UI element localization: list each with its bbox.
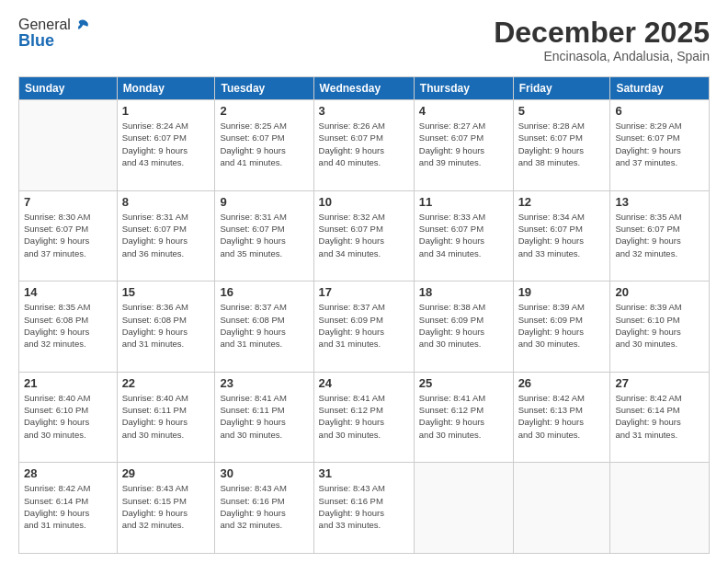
calendar-cell: 3Sunrise: 8:26 AMSunset: 6:07 PMDaylight…: [313, 100, 414, 191]
calendar-cell: 12Sunrise: 8:34 AMSunset: 6:07 PMDayligh…: [513, 190, 610, 282]
calendar-cell: 8Sunrise: 8:31 AMSunset: 6:07 PMDaylight…: [117, 190, 215, 282]
day-number: 27: [615, 376, 704, 390]
day-number: 4: [419, 104, 508, 118]
day-number: 29: [122, 466, 210, 480]
day-number: 5: [518, 104, 606, 118]
day-info: Sunrise: 8:32 AMSunset: 6:07 PMDaylight:…: [319, 211, 409, 259]
calendar-week-row: 7Sunrise: 8:30 AMSunset: 6:07 PMDaylight…: [19, 190, 710, 282]
calendar-cell: 22Sunrise: 8:40 AMSunset: 6:11 PMDayligh…: [117, 372, 215, 463]
day-info: Sunrise: 8:33 AMSunset: 6:07 PMDaylight:…: [419, 211, 508, 259]
calendar-cell: 25Sunrise: 8:41 AMSunset: 6:12 PMDayligh…: [414, 372, 513, 463]
day-info: Sunrise: 8:34 AMSunset: 6:07 PMDaylight:…: [518, 211, 606, 259]
day-number: 13: [615, 195, 704, 209]
calendar-cell: 1Sunrise: 8:24 AMSunset: 6:07 PMDaylight…: [117, 100, 215, 191]
col-saturday: Saturday: [610, 77, 710, 100]
calendar-table: Sunday Monday Tuesday Wednesday Thursday…: [18, 76, 710, 554]
calendar-cell: 17Sunrise: 8:37 AMSunset: 6:09 PMDayligh…: [313, 282, 414, 373]
col-thursday: Thursday: [414, 77, 513, 100]
main-title: December 2025: [494, 17, 710, 49]
day-number: 18: [419, 285, 508, 299]
day-number: 14: [24, 285, 112, 299]
day-info: Sunrise: 8:31 AMSunset: 6:07 PMDaylight:…: [122, 211, 210, 259]
calendar-cell: 16Sunrise: 8:37 AMSunset: 6:08 PMDayligh…: [215, 282, 313, 373]
calendar-cell: 6Sunrise: 8:29 AMSunset: 6:07 PMDaylight…: [610, 100, 710, 191]
calendar-cell: 9Sunrise: 8:31 AMSunset: 6:07 PMDaylight…: [215, 190, 313, 282]
day-info: Sunrise: 8:25 AMSunset: 6:07 PMDaylight:…: [220, 120, 308, 168]
calendar-cell: 2Sunrise: 8:25 AMSunset: 6:07 PMDaylight…: [215, 100, 313, 191]
day-number: 22: [122, 376, 210, 390]
logo-blue-text: Blue: [18, 31, 54, 51]
day-number: 28: [24, 466, 112, 480]
day-number: 19: [518, 285, 606, 299]
col-sunday: Sunday: [19, 77, 118, 100]
day-number: 3: [319, 104, 409, 118]
day-info: Sunrise: 8:41 AMSunset: 6:11 PMDaylight:…: [220, 392, 308, 441]
day-number: 2: [220, 104, 308, 118]
day-number: 16: [220, 285, 308, 299]
day-number: 17: [319, 285, 409, 299]
day-number: 30: [220, 466, 308, 480]
calendar-cell: 13Sunrise: 8:35 AMSunset: 6:07 PMDayligh…: [610, 190, 710, 282]
day-info: Sunrise: 8:38 AMSunset: 6:09 PMDaylight:…: [419, 301, 508, 350]
calendar-cell: [513, 463, 610, 554]
day-number: 23: [220, 376, 308, 390]
logo-bird-icon: [73, 18, 89, 31]
day-info: Sunrise: 8:42 AMSunset: 6:14 PMDaylight:…: [615, 392, 704, 441]
calendar-cell: 7Sunrise: 8:30 AMSunset: 6:07 PMDaylight…: [19, 190, 118, 282]
calendar-cell: 27Sunrise: 8:42 AMSunset: 6:14 PMDayligh…: [610, 372, 710, 463]
header: General Blue December 2025 Encinasola, A…: [18, 17, 710, 63]
day-info: Sunrise: 8:42 AMSunset: 6:14 PMDaylight:…: [24, 482, 112, 531]
day-info: Sunrise: 8:43 AMSunset: 6:15 PMDaylight:…: [122, 482, 210, 531]
calendar-cell: 24Sunrise: 8:41 AMSunset: 6:12 PMDayligh…: [313, 372, 414, 463]
day-number: 6: [615, 104, 704, 118]
day-number: 21: [24, 376, 112, 390]
calendar-cell: 11Sunrise: 8:33 AMSunset: 6:07 PMDayligh…: [414, 190, 513, 282]
calendar-cell: 23Sunrise: 8:41 AMSunset: 6:11 PMDayligh…: [215, 372, 313, 463]
day-number: 26: [518, 376, 606, 390]
calendar-week-row: 14Sunrise: 8:35 AMSunset: 6:08 PMDayligh…: [19, 282, 710, 373]
col-friday: Friday: [513, 77, 610, 100]
calendar-week-row: 28Sunrise: 8:42 AMSunset: 6:14 PMDayligh…: [19, 463, 710, 554]
day-info: Sunrise: 8:42 AMSunset: 6:13 PMDaylight:…: [518, 392, 606, 441]
day-info: Sunrise: 8:35 AMSunset: 6:08 PMDaylight:…: [24, 301, 112, 350]
col-tuesday: Tuesday: [215, 77, 313, 100]
day-info: Sunrise: 8:40 AMSunset: 6:11 PMDaylight:…: [122, 392, 210, 441]
calendar-cell: 29Sunrise: 8:43 AMSunset: 6:15 PMDayligh…: [117, 463, 215, 554]
calendar-cell: 26Sunrise: 8:42 AMSunset: 6:13 PMDayligh…: [513, 372, 610, 463]
day-number: 11: [419, 195, 508, 209]
day-number: 1: [122, 104, 210, 118]
day-number: 15: [122, 285, 210, 299]
calendar-cell: 18Sunrise: 8:38 AMSunset: 6:09 PMDayligh…: [414, 282, 513, 373]
calendar-cell: 30Sunrise: 8:43 AMSunset: 6:16 PMDayligh…: [215, 463, 313, 554]
day-info: Sunrise: 8:29 AMSunset: 6:07 PMDaylight:…: [615, 120, 704, 168]
title-section: December 2025 Encinasola, Andalusia, Spa…: [494, 17, 710, 63]
day-info: Sunrise: 8:39 AMSunset: 6:10 PMDaylight:…: [615, 301, 704, 350]
day-info: Sunrise: 8:30 AMSunset: 6:07 PMDaylight:…: [24, 211, 112, 259]
day-number: 9: [220, 195, 308, 209]
day-info: Sunrise: 8:41 AMSunset: 6:12 PMDaylight:…: [319, 392, 409, 441]
subtitle: Encinasola, Andalusia, Spain: [494, 49, 710, 63]
calendar-cell: 4Sunrise: 8:27 AMSunset: 6:07 PMDaylight…: [414, 100, 513, 191]
day-number: 7: [24, 195, 112, 209]
calendar-cell: 21Sunrise: 8:40 AMSunset: 6:10 PMDayligh…: [19, 372, 118, 463]
calendar-week-row: 1Sunrise: 8:24 AMSunset: 6:07 PMDaylight…: [19, 100, 710, 191]
page: General Blue December 2025 Encinasola, A…: [0, 0, 728, 563]
day-info: Sunrise: 8:43 AMSunset: 6:16 PMDaylight:…: [319, 482, 409, 531]
day-info: Sunrise: 8:28 AMSunset: 6:07 PMDaylight:…: [518, 120, 606, 168]
day-info: Sunrise: 8:37 AMSunset: 6:09 PMDaylight:…: [319, 301, 409, 350]
calendar-cell: 15Sunrise: 8:36 AMSunset: 6:08 PMDayligh…: [117, 282, 215, 373]
day-number: 31: [319, 466, 409, 480]
logo: General Blue: [18, 17, 89, 51]
calendar-cell: [610, 463, 710, 554]
calendar-cell: 10Sunrise: 8:32 AMSunset: 6:07 PMDayligh…: [313, 190, 414, 282]
day-info: Sunrise: 8:37 AMSunset: 6:08 PMDaylight:…: [220, 301, 308, 350]
calendar-cell: 20Sunrise: 8:39 AMSunset: 6:10 PMDayligh…: [610, 282, 710, 373]
day-number: 12: [518, 195, 606, 209]
day-info: Sunrise: 8:35 AMSunset: 6:07 PMDaylight:…: [615, 211, 704, 259]
day-number: 10: [319, 195, 409, 209]
day-info: Sunrise: 8:36 AMSunset: 6:08 PMDaylight:…: [122, 301, 210, 350]
day-info: Sunrise: 8:41 AMSunset: 6:12 PMDaylight:…: [419, 392, 508, 441]
day-info: Sunrise: 8:39 AMSunset: 6:09 PMDaylight:…: [518, 301, 606, 350]
col-wednesday: Wednesday: [313, 77, 414, 100]
col-monday: Monday: [117, 77, 215, 100]
